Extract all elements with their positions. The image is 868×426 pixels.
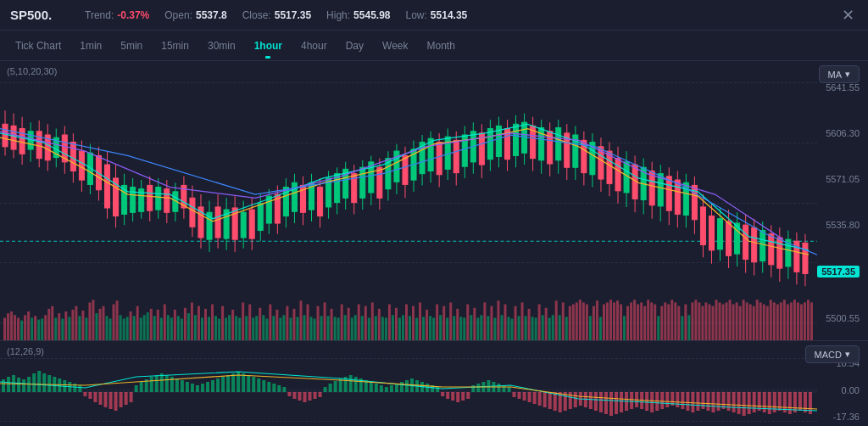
vol-bar [535,317,537,340]
macd-bar [589,392,593,409]
macd-bar [518,392,521,399]
price-label-3: 5571.05 [817,174,860,184]
vol-bar [456,309,459,340]
ma-selector[interactable]: MA ▾ [819,65,860,83]
vol-bar [130,311,132,340]
vol-bar [664,302,666,340]
macd-bar [150,377,153,392]
vol-bar [109,319,112,340]
tab-1min[interactable]: 1min [71,36,110,55]
candle-body [615,159,620,191]
vol-bar [493,317,496,340]
vol-bar [392,315,394,340]
ma-indicator-label: (5,10,20,30) [7,66,57,76]
vol-bar [732,305,735,340]
macd-chart: (12,26,9) MACD ▾ 10.54 0.00 -17.36 [0,341,868,426]
vol-bar [565,317,568,340]
macd-bar [476,384,480,392]
macd-bar [277,385,281,392]
macd-bar [181,380,184,392]
macd-bar [354,377,358,392]
vol-bar [310,317,313,340]
candle-body [70,143,75,171]
macd-bar [380,385,383,392]
vol-bar [160,317,163,340]
vol-bar [760,302,762,340]
candle-body [79,151,84,180]
tab-15min[interactable]: 15min [153,36,198,55]
tab-tick-chart[interactable]: Tick Chart [7,36,70,55]
candle-body [190,198,195,227]
vol-bar [780,302,782,340]
candle-body [803,243,808,273]
vol-bar [405,305,408,340]
vol-bar [490,306,492,340]
vol-bar [126,317,129,340]
macd-bar [109,392,113,409]
tab-1hour[interactable]: 1hour [246,36,291,55]
macd-bar [262,380,265,392]
vol-bar [579,300,581,340]
vol-bar [136,306,139,340]
macd-bar [554,392,557,411]
macd-bar [309,392,312,401]
vol-bar [787,305,789,340]
tab-4hour[interactable]: 4hour [292,36,336,55]
tab-month[interactable]: Month [419,36,464,55]
candle-body [241,212,246,238]
low-stat: Low: 5514.35 [406,9,468,21]
vol-bar [252,317,254,340]
close-stat: Close: 5517.35 [242,9,311,21]
vol-bar [790,302,793,340]
vol-bar [715,300,718,340]
vol-bar [191,302,193,340]
macd-indicator-label: (12,26,9) [7,346,44,356]
vol-bar [211,305,214,340]
vol-bar [78,316,81,340]
vol-bar [647,300,649,340]
vol-bar [412,306,415,340]
macd-bar [466,392,470,399]
macd-bar [691,392,694,412]
close-button[interactable]: ✕ [837,5,858,25]
vol-bar [797,302,799,340]
vol-bar [242,302,244,340]
vol-bar [684,305,687,340]
vol-bar [177,316,180,340]
tab-30min[interactable]: 30min [199,36,244,55]
candle-body [292,182,297,211]
macd-bar [88,392,92,399]
vol-bar [569,306,571,340]
candle-body [266,196,271,223]
tab-week[interactable]: Week [374,36,416,55]
vol-bar [776,305,779,340]
vol-bar [545,308,548,340]
tab-5min[interactable]: 5min [112,36,151,55]
vol-bar [348,308,350,340]
vol-bar [436,305,438,340]
macd-bar [456,392,459,402]
high-label: High: [326,9,350,21]
macd-bar [513,392,516,397]
low-value: 5514.35 [431,9,467,21]
macd-bar [768,392,771,414]
vol-bar [24,315,26,340]
vol-bar [204,309,207,340]
main-chart: (5,10,20,30) MA ▾ 5641.55 5606.30 5571.0… [0,61,868,341]
macd-bar [528,392,531,402]
vol-bar [500,315,503,340]
vol-bar [14,315,16,340]
open-value: 5537.8 [196,9,227,21]
macd-selector[interactable]: MACD ▾ [805,345,860,363]
vol-bar [409,316,411,340]
vol-bar [27,311,30,340]
macd-bar [676,392,679,407]
macd-bar [247,375,250,392]
vol-bar [521,302,524,340]
vol-bar [432,317,435,340]
candle-body [624,162,629,193]
vol-bar [184,308,186,340]
vol-bar [265,319,268,340]
tab-day[interactable]: Day [337,36,372,55]
macd-bar [732,392,736,412]
